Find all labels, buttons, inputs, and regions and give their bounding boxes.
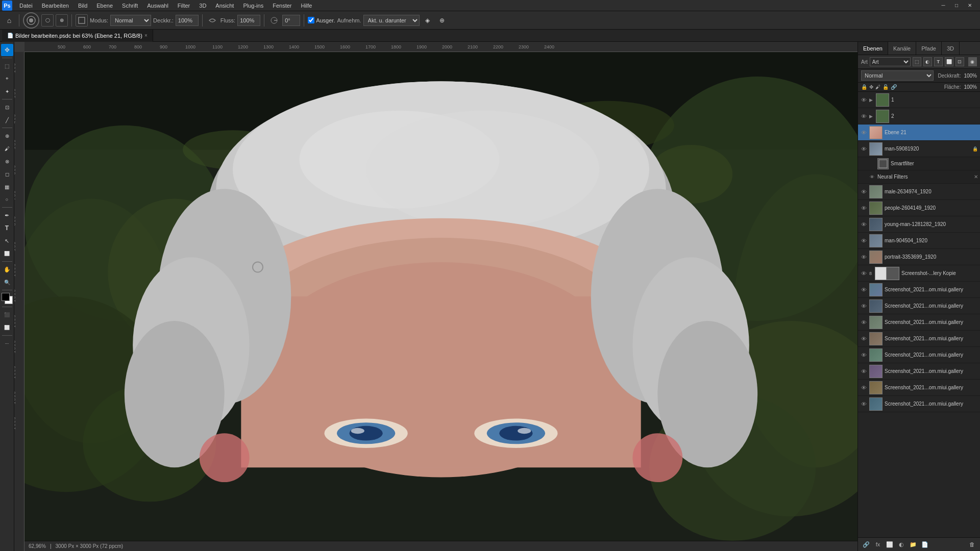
menu-hilfe[interactable]: Hilfe: [297, 2, 316, 10]
mask-btn[interactable]: ⬛: [1, 309, 13, 321]
filter-pixel-btn[interactable]: ⬚: [913, 57, 921, 66]
tab-kanaele[interactable]: Kanäle: [888, 42, 916, 55]
normal-mode-btn[interactable]: [76, 14, 88, 27]
pen-btn[interactable]: ✒: [1, 209, 13, 221]
toggle-btn[interactable]: ◈: [422, 14, 434, 27]
layer-item[interactable]: 👁 Screenshot_2021...om.miui.gallery: [858, 380, 980, 396]
filter-shape-btn[interactable]: ⬜: [945, 57, 953, 66]
shape-btn[interactable]: ⬜: [1, 247, 13, 260]
neural-close-icon[interactable]: ✕: [974, 174, 978, 180]
layer-item[interactable]: 👁 Screenshot_2021...om.miui.gallery: [858, 314, 980, 331]
menu-3d[interactable]: 3D: [195, 2, 210, 10]
filter-adj-btn[interactable]: ◐: [923, 57, 932, 66]
brush-size-down[interactable]: ◯: [41, 14, 54, 27]
add-layer-style-btn[interactable]: fx: [873, 539, 883, 549]
tab-ebenen[interactable]: Ebenen: [858, 42, 888, 55]
ausger-checkbox[interactable]: [308, 17, 314, 23]
layer-item[interactable]: 👁 Screenshot_2021...om.miui.gallery: [858, 396, 980, 412]
menu-ansicht[interactable]: Ansicht: [211, 2, 238, 10]
eraser-btn[interactable]: ◻: [1, 168, 13, 180]
frame-btn[interactable]: ⬜: [1, 321, 13, 334]
layer-visibility-btn[interactable]: 👁: [860, 303, 867, 310]
layer-visibility-btn[interactable]: 👁: [860, 270, 867, 277]
menu-plugins[interactable]: Plug-ins: [239, 2, 267, 10]
menu-bild[interactable]: Bild: [74, 2, 91, 10]
layer-item[interactable]: 👁 Screenshot_2021...om.miui.gallery: [858, 331, 980, 347]
expand-icon[interactable]: ▶: [869, 114, 873, 119]
layer-visibility-btn[interactable]: 👁: [860, 129, 867, 136]
layer-item[interactable]: 👁 ▶ 1: [858, 92, 980, 108]
eyedropper-btn[interactable]: ╱: [1, 114, 13, 126]
expand-icon[interactable]: ▶: [869, 97, 873, 103]
document-tab[interactable]: 📄 Bilder bearbeiten.psdc bei 63% (Ebene …: [2, 30, 153, 42]
menu-schrift[interactable]: Schrift: [118, 2, 142, 10]
extra-btn[interactable]: ⊕: [436, 14, 448, 27]
filter-type-select[interactable]: Art: [870, 57, 911, 66]
smartfilter-item[interactable]: Smartfilter: [858, 157, 980, 170]
layer-item-active[interactable]: 👁 Ebene 21: [858, 124, 980, 141]
menu-bearbeiten[interactable]: Bearbeiten: [38, 2, 73, 10]
healing-btn[interactable]: ⊕: [1, 130, 13, 142]
menu-auswahl[interactable]: Auswahl: [143, 2, 173, 10]
layer-visibility-btn[interactable]: 👁: [860, 237, 867, 244]
tab-3d[interactable]: 3D: [942, 42, 960, 55]
layer-item[interactable]: 👁 Screenshot_2021...om.miui.gallery: [858, 298, 980, 314]
maximize-btn[interactable]: □: [950, 0, 963, 12]
menu-filter[interactable]: Filter: [174, 2, 194, 10]
gradient-btn[interactable]: ▦: [1, 181, 13, 193]
layer-item[interactable]: 👁 8 Screenshot-...lery Kopie: [858, 265, 980, 282]
layer-visibility-btn[interactable]: 👁: [860, 335, 867, 342]
path-select-btn[interactable]: ↖: [1, 235, 13, 247]
layer-visibility-btn[interactable]: 👁: [860, 368, 867, 375]
delete-layer-btn[interactable]: 🗑: [967, 539, 977, 549]
layer-visibility-btn[interactable]: 👁: [860, 113, 867, 120]
aufnehm-select[interactable]: Akt. u. darunter: [363, 15, 420, 26]
clone-btn[interactable]: ⊗: [1, 155, 13, 167]
new-layer-btn[interactable]: 📄: [920, 539, 930, 549]
magic-wand-btn[interactable]: ✦: [1, 85, 13, 97]
angle-btn[interactable]: [268, 14, 280, 27]
layer-visibility-btn[interactable]: 👁: [860, 319, 867, 326]
fluss-input[interactable]: [237, 15, 260, 26]
new-group-btn[interactable]: 📁: [908, 539, 918, 549]
layer-item[interactable]: 👁 Screenshot_2021...om.miui.gallery: [858, 347, 980, 363]
layer-item[interactable]: 👁 young-man-1281282_1920: [858, 216, 980, 233]
crop-btn[interactable]: ⊡: [1, 101, 13, 113]
menu-ebene[interactable]: Ebene: [92, 2, 117, 10]
layer-visibility-btn[interactable]: 👁: [860, 145, 867, 153]
layer-item[interactable]: 👁 man-59081920 🔒: [858, 141, 980, 157]
layer-visibility-btn[interactable]: 👁: [868, 173, 875, 181]
layer-visibility-btn[interactable]: 👁: [860, 254, 867, 261]
filter-text-btn[interactable]: T: [934, 57, 943, 66]
layer-visibility-btn[interactable]: 👁: [860, 400, 867, 408]
layer-visibility-btn[interactable]: 👁: [860, 205, 867, 212]
canvas-area[interactable]: 500 600 700 800 900 1000 1100 1200 1300 …: [14, 42, 857, 551]
layer-item[interactable]: 👁 Screenshot_2021...om.miui.gallery: [858, 282, 980, 298]
link-layers-btn[interactable]: 🔗: [861, 539, 871, 549]
blend-mode-select[interactable]: Normal: [861, 70, 934, 81]
modus-select[interactable]: Normal: [110, 15, 151, 26]
text-btn[interactable]: T: [1, 222, 13, 234]
zoom-btn[interactable]: 🔍: [1, 276, 13, 288]
dodge-btn[interactable]: ○: [1, 193, 13, 206]
deckkraft-input[interactable]: [176, 15, 199, 26]
brush-preset-btn[interactable]: [23, 12, 39, 29]
extra-tools-btn[interactable]: ···: [1, 337, 13, 349]
flow-icon-btn[interactable]: [206, 14, 218, 27]
brush-btn[interactable]: 🖌: [1, 142, 13, 155]
menu-datei[interactable]: Datei: [15, 2, 37, 10]
angle-input[interactable]: [282, 15, 300, 26]
color-swatches[interactable]: [1, 292, 14, 305]
layer-item[interactable]: 👁 male-2634974_1920: [858, 184, 980, 200]
layer-visibility-btn[interactable]: 👁: [860, 221, 867, 228]
home-btn[interactable]: ⌂: [3, 14, 15, 27]
hand-btn[interactable]: ✋: [1, 263, 13, 276]
photo-canvas[interactable]: [24, 52, 857, 541]
close-btn[interactable]: ✕: [964, 0, 976, 12]
move-tool-btn[interactable]: ✥: [1, 44, 13, 56]
layer-item[interactable]: 👁 ▶ 2: [858, 108, 980, 124]
layer-item[interactable]: 👁 portrait-3353699_1920: [858, 249, 980, 265]
add-mask-btn[interactable]: ⬜: [885, 539, 895, 549]
layer-visibility-btn[interactable]: 👁: [860, 96, 867, 104]
foreground-color-swatch[interactable]: [2, 293, 10, 301]
